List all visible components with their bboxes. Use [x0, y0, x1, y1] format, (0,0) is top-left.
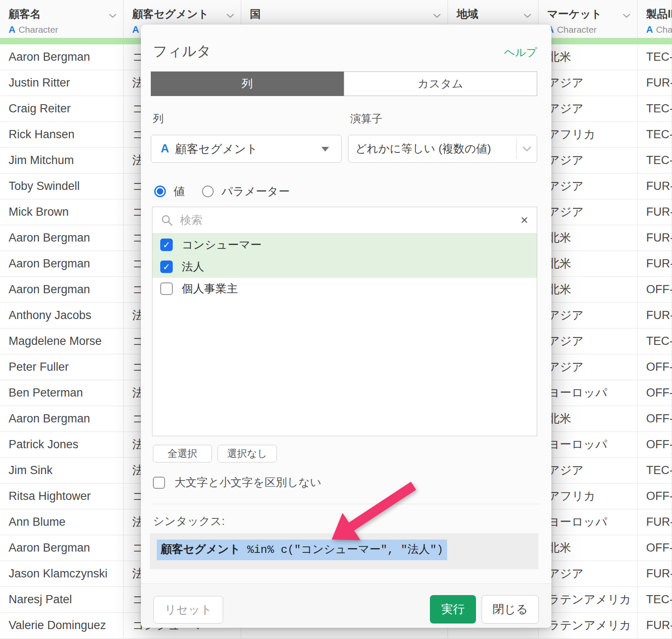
cell-market: アジア — [538, 458, 638, 484]
filter-option[interactable]: ✓コンシューマー — [152, 234, 537, 256]
column-type: ACharacter — [9, 24, 58, 35]
cell-customer-name: Aaron Bergman — [0, 251, 124, 277]
cell-market: 北米 — [538, 44, 638, 70]
cell-customer-name: Aaron Bergman — [0, 406, 124, 432]
cell-product-id: OFF- — [638, 277, 672, 303]
chevron-down-icon[interactable] — [623, 12, 630, 20]
cell-market: 北米 — [538, 277, 638, 303]
select-all-button[interactable]: 全選択 — [153, 445, 212, 462]
filter-option[interactable]: 個人事業主 — [152, 278, 537, 300]
column-header[interactable]: マーケットACharacter — [538, 0, 638, 38]
dialog-title: フィルタ — [153, 42, 211, 61]
cell-customer-name: Jim Sink — [0, 458, 124, 484]
tab-custom[interactable]: カスタム — [344, 71, 538, 96]
cell-product-id: FUR- — [638, 509, 672, 535]
operator-select[interactable]: どれかに等しい (複数の値) — [348, 135, 537, 163]
cell-market: アジア — [538, 70, 638, 96]
cell-product-id: TEC- — [638, 44, 672, 70]
option-checkbox[interactable]: ✓ — [160, 239, 173, 251]
filter-option[interactable]: ✓法人 — [152, 256, 537, 278]
cell-customer-name: Mick Brown — [0, 199, 124, 225]
clear-search-icon[interactable]: × — [520, 212, 528, 228]
value-listbox: × ✓コンシューマー✓法人個人事業主 — [152, 207, 537, 436]
column-header[interactable]: 製品IDACharacter — [638, 0, 672, 38]
radio-parameter-label: パラメーター — [221, 184, 289, 199]
chevron-down-icon[interactable] — [524, 12, 531, 20]
cell-customer-name: Valerie Dominguez — [0, 613, 124, 639]
column-select[interactable]: A 顧客セグメント — [151, 135, 342, 163]
option-label: コンシューマー — [182, 237, 261, 252]
cell-product-id: TEC- — [638, 329, 672, 354]
option-checkbox[interactable]: ✓ — [160, 261, 173, 273]
cell-product-id: OFF- — [638, 354, 672, 380]
cell-product-id: TEC- — [638, 587, 672, 613]
select-none-button[interactable]: 選択なし — [218, 445, 277, 462]
cell-customer-name: Patrick Jones — [0, 432, 124, 458]
cell-market: ラテンアメリカ — [538, 613, 638, 639]
column-header-name: 顧客セグメント — [132, 7, 209, 21]
divider — [152, 504, 539, 504]
cell-customer-name: Justin Ritter — [0, 70, 124, 96]
help-link[interactable]: ヘルプ — [504, 45, 537, 59]
cell-customer-name: Anthony Jacobs — [0, 303, 124, 329]
cell-product-id: TEC- — [638, 96, 672, 122]
chevron-down-icon[interactable] — [657, 12, 665, 20]
radio-parameter[interactable] — [202, 186, 214, 197]
option-checkbox[interactable] — [160, 282, 173, 295]
cell-market: 北米 — [538, 225, 638, 251]
cell-customer-name: Toby Swindell — [0, 174, 124, 199]
reset-button[interactable]: リセット — [153, 596, 223, 623]
cell-product-id: FUR- — [638, 561, 672, 587]
column-header[interactable]: 顧客名ACharacter — [0, 0, 124, 38]
cell-product-id: OFF- — [638, 380, 672, 406]
cell-market: ヨーロッパ — [538, 380, 638, 406]
cell-product-id: OFF- — [638, 535, 672, 561]
cell-customer-name: Ann Blume — [0, 509, 124, 535]
run-button[interactable]: 実行 — [430, 595, 476, 623]
column-header-name: 顧客名 — [9, 7, 41, 21]
chevron-down-icon — [523, 146, 531, 152]
value-source-radios: 値 パラメーター — [154, 184, 307, 199]
cell-market: アフリカ — [538, 122, 638, 148]
option-list: ✓コンシューマー✓法人個人事業主 — [152, 234, 537, 300]
operator-select-value: どれかに等しい (複数の値) — [355, 141, 491, 156]
cell-product-id: TEC- — [638, 148, 672, 174]
chevron-down-icon[interactable] — [227, 12, 234, 20]
cell-market: 北米 — [538, 251, 638, 277]
cell-market: アジア — [538, 561, 638, 587]
cell-customer-name: Aaron Bergman — [0, 277, 124, 303]
operator-select-toggle[interactable] — [516, 139, 537, 159]
close-button[interactable]: 閉じる — [482, 595, 539, 623]
cell-market: アジア — [538, 329, 638, 354]
case-insensitive-label: 大文字と小文字を区別しない — [174, 475, 321, 490]
case-insensitive-row: 大文字と小文字を区別しない — [153, 475, 321, 490]
cell-customer-name: Jim Mitchum — [0, 148, 124, 174]
case-insensitive-checkbox[interactable] — [153, 477, 165, 489]
syntax-code-block: 顧客セグメント %in% c("コンシューマー", "法人") — [150, 533, 538, 569]
cell-product-id: FUR- — [638, 70, 672, 96]
search-row: × — [152, 207, 537, 234]
cell-product-id: FUR- — [638, 613, 672, 639]
cell-product-id: FUR- — [638, 303, 672, 329]
cell-market: アジア — [538, 96, 638, 122]
cell-customer-name: Aaron Bergman — [0, 44, 124, 70]
cell-product-id: FUR- — [638, 174, 672, 199]
tab-column[interactable]: 列 — [151, 71, 344, 96]
radio-value[interactable] — [154, 186, 166, 197]
cell-market: アジア — [538, 354, 638, 380]
syntax-expression: 顧客セグメント %in% c("コンシューマー", "法人") — [157, 540, 447, 560]
cell-product-id: OFF- — [638, 484, 672, 509]
cell-product-id: TEC- — [638, 458, 672, 484]
cell-product-id: FUR- — [638, 199, 672, 225]
dialog-footer: リセット 実行 閉じる — [141, 583, 551, 628]
character-type-icon: A — [132, 24, 139, 35]
column-header-name: 地域 — [457, 7, 478, 21]
character-type-icon: A — [161, 142, 169, 155]
chevron-down-icon[interactable] — [433, 12, 441, 20]
cell-customer-name: Ben Peterman — [0, 380, 124, 406]
column-header-name: マーケット — [547, 7, 602, 21]
character-type-icon: A — [9, 24, 16, 35]
chevron-down-icon[interactable] — [109, 12, 116, 20]
character-type-icon: A — [646, 24, 653, 35]
search-input[interactable] — [152, 207, 537, 233]
